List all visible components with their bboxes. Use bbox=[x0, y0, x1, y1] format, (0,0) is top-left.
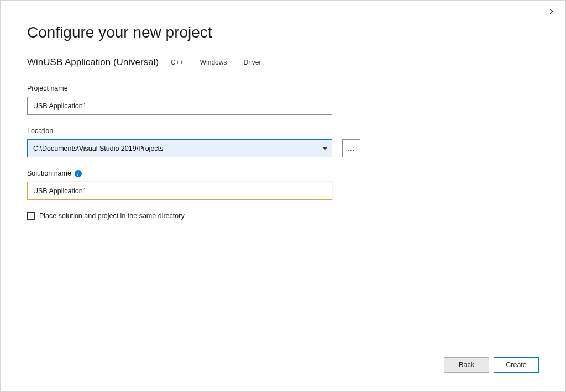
create-button[interactable]: Create bbox=[494, 357, 539, 373]
location-combobox[interactable]: C:\Documents\Visual Studio 2019\Projects bbox=[27, 139, 332, 157]
dialog-content: Configure your new project WinUSB Applic… bbox=[1, 1, 565, 220]
info-icon[interactable]: i bbox=[75, 170, 82, 177]
same-directory-label: Place solution and project in the same d… bbox=[39, 212, 185, 220]
back-button[interactable]: Back bbox=[444, 357, 489, 373]
solution-name-input[interactable] bbox=[27, 182, 332, 200]
close-icon bbox=[549, 8, 555, 15]
chevron-down-icon bbox=[323, 147, 327, 150]
location-label: Location bbox=[27, 127, 539, 135]
project-name-input[interactable] bbox=[27, 97, 332, 115]
location-group: Location C:\Documents\Visual Studio 2019… bbox=[27, 127, 539, 157]
solution-name-group: Solution name i bbox=[27, 169, 539, 200]
same-directory-row: Place solution and project in the same d… bbox=[27, 212, 539, 220]
close-button[interactable] bbox=[547, 6, 558, 17]
page-title: Configure your new project bbox=[27, 24, 539, 41]
template-row: WinUSB Application (Universal) C++ Windo… bbox=[27, 57, 539, 68]
template-tag: Driver bbox=[239, 57, 265, 67]
browse-button[interactable]: ... bbox=[342, 139, 360, 157]
dialog-footer: Back Create bbox=[444, 357, 539, 373]
template-name: WinUSB Application (Universal) bbox=[27, 57, 159, 68]
same-directory-checkbox[interactable] bbox=[27, 212, 35, 220]
template-tag: Windows bbox=[196, 57, 232, 67]
project-name-group: Project name bbox=[27, 84, 539, 115]
location-value: C:\Documents\Visual Studio 2019\Projects bbox=[33, 145, 163, 152]
template-tag: C++ bbox=[166, 57, 188, 67]
project-name-label: Project name bbox=[27, 84, 539, 92]
solution-name-label: Solution name bbox=[27, 169, 71, 177]
